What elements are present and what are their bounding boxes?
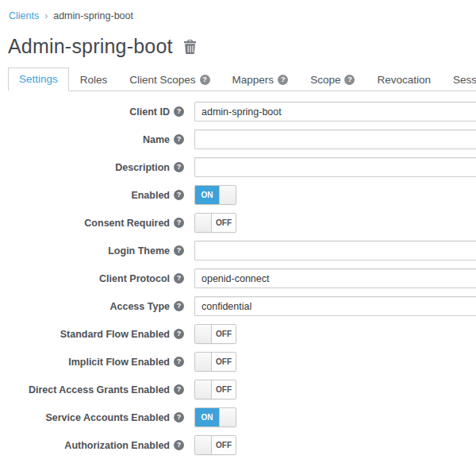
login-theme-select[interactable]: [194, 241, 476, 260]
field-label: Service Accounts Enabled: [45, 412, 170, 423]
form-row-enabled: Enabled ? ON: [0, 185, 476, 205]
field-label: Access Type: [109, 301, 170, 312]
toggle-state-label: ON: [195, 408, 219, 426]
implicit-flow-enabled-toggle[interactable]: OFF: [194, 352, 236, 372]
form-row-consent-required: Consent Required ? OFF: [0, 213, 476, 233]
standard-flow-enabled-toggle[interactable]: OFF: [194, 324, 236, 344]
field-label: Enabled: [131, 190, 170, 201]
toggle-handle[interactable]: [219, 408, 236, 426]
tab-client-scopes[interactable]: Client Scopes ?: [118, 68, 221, 91]
toggle-handle[interactable]: [195, 436, 212, 454]
question-circle-icon: ?: [174, 329, 184, 339]
form-row-access-type: Access Type ?: [0, 296, 476, 316]
description-input[interactable]: [194, 157, 476, 177]
page-title: Admin-spring-boot: [8, 35, 173, 58]
toggle-state-label: OFF: [212, 380, 236, 399]
toggle-state-label: ON: [195, 186, 219, 204]
question-circle-icon: ?: [278, 75, 288, 85]
question-circle-icon: ?: [174, 218, 184, 228]
form-row-service-accounts-enabled: Service Accounts Enabled ? ON: [0, 407, 476, 427]
client-protocol-select[interactable]: [194, 268, 476, 288]
toggle-handle[interactable]: [195, 380, 212, 399]
question-circle-icon: ?: [174, 440, 184, 450]
field-label: Authorization Enabled: [64, 440, 170, 451]
question-circle-icon: ?: [174, 245, 184, 256]
tab-scope[interactable]: Scope ?: [299, 68, 366, 91]
tab-revocation[interactable]: Revocation: [366, 68, 442, 91]
field-label: Description: [115, 162, 170, 173]
breadcrumb-separator: ›: [44, 10, 48, 21]
tab-roles[interactable]: Roles: [69, 68, 119, 91]
toggle-handle[interactable]: [195, 353, 212, 371]
field-label: Client ID: [129, 106, 170, 118]
question-circle-icon: ?: [344, 75, 355, 85]
authorization-enabled-toggle[interactable]: OFF: [194, 435, 236, 455]
delete-client-button[interactable]: [183, 40, 197, 54]
field-label: Client Protocol: [99, 273, 170, 284]
page-header: Admin-spring-boot: [8, 35, 476, 58]
toggle-handle[interactable]: [219, 186, 236, 204]
trash-icon: [183, 44, 197, 56]
field-label: Implicit Flow Enabled: [68, 357, 170, 368]
tab-mappers[interactable]: Mappers ?: [221, 68, 300, 91]
form-row-implicit-flow-enabled: Implicit Flow Enabled ? OFF: [0, 352, 476, 372]
field-label: Standard Flow Enabled: [60, 329, 170, 340]
question-circle-icon: ?: [174, 384, 184, 395]
question-circle-icon: ?: [174, 412, 184, 422]
service-accounts-enabled-toggle[interactable]: ON: [194, 407, 236, 427]
question-circle-icon: ?: [174, 273, 184, 284]
name-input[interactable]: [194, 129, 476, 149]
field-label: Consent Required: [84, 218, 170, 229]
tab-bar: Settings Roles Client Scopes ? Mappers ?…: [8, 68, 476, 91]
question-circle-icon: ?: [174, 106, 184, 117]
field-label: Name: [143, 134, 170, 145]
form-row-client-protocol: Client Protocol ?: [0, 268, 476, 288]
enabled-toggle[interactable]: ON: [194, 185, 236, 205]
question-circle-icon: ?: [174, 190, 184, 200]
form-row-login-theme: Login Theme ?: [0, 241, 476, 260]
form-row-description: Description ?: [0, 157, 476, 177]
toggle-state-label: OFF: [212, 353, 236, 371]
toggle-handle[interactable]: [195, 214, 212, 232]
question-circle-icon: ?: [174, 301, 184, 311]
question-circle-icon: ?: [174, 134, 184, 145]
client-id-input[interactable]: [194, 102, 476, 122]
toggle-handle[interactable]: [195, 325, 212, 343]
breadcrumb: Clients › admin-spring-boot: [0, 0, 476, 21]
tab-settings[interactable]: Settings: [8, 68, 69, 91]
question-circle-icon: ?: [174, 162, 184, 172]
toggle-state-label: OFF: [212, 436, 236, 454]
form-row-client-id: Client ID ?: [0, 102, 476, 122]
access-type-select[interactable]: [194, 296, 476, 316]
direct-access-grants-enabled-toggle[interactable]: OFF: [194, 380, 236, 399]
form-row-standard-flow-enabled: Standard Flow Enabled ? OFF: [0, 324, 476, 344]
client-settings-form: Client ID ? Name ? Description ? Enabled…: [0, 91, 476, 455]
tab-sessions[interactable]: Sessions ?: [442, 68, 476, 91]
toggle-state-label: OFF: [212, 325, 236, 343]
form-row-direct-access-grants-enabled: Direct Access Grants Enabled ? OFF: [0, 380, 476, 399]
consent-required-toggle[interactable]: OFF: [194, 213, 236, 233]
form-row-authorization-enabled: Authorization Enabled ? OFF: [0, 435, 476, 455]
toggle-state-label: OFF: [212, 214, 236, 232]
question-circle-icon: ?: [174, 357, 184, 367]
question-circle-icon: ?: [200, 75, 210, 85]
field-label: Direct Access Grants Enabled: [29, 384, 170, 395]
breadcrumb-clients-link[interactable]: Clients: [9, 10, 39, 21]
field-label: Login Theme: [108, 245, 170, 257]
form-row-name: Name ?: [0, 129, 476, 149]
breadcrumb-current: admin-spring-boot: [53, 10, 133, 21]
